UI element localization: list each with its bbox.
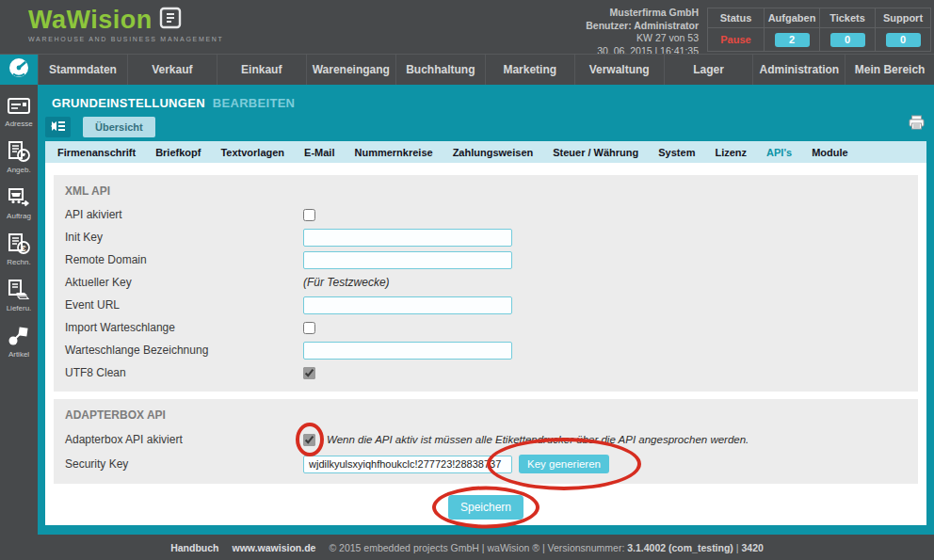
sidebar-item-label: Angeb. [7, 166, 30, 174]
nav-item-administration[interactable]: Administration [752, 55, 845, 85]
sidebar-item-artikel[interactable]: Artikel [7, 325, 31, 359]
field-label: Init Key [65, 231, 303, 244]
nav-item-mein-bereich[interactable]: Mein Bereich [845, 55, 934, 85]
main-panel: GRUNDEINSTELLUNGEN BEARBEITEN Übersicht [38, 85, 934, 535]
form-row-remote-domain: Remote Domain [65, 248, 907, 271]
logo-tagline: WAREHOUSE AND BUSINESS MANAGEMENT [28, 36, 224, 42]
tickets-label: Tickets [820, 8, 875, 28]
overview-button[interactable]: Übersicht [83, 117, 155, 137]
footer: Handbuch www.wawision.de © 2015 embedded… [0, 535, 934, 560]
tab-zahlungsweisen[interactable]: Zahlungsweisen [453, 147, 534, 158]
handbuch-link[interactable]: Handbuch [170, 542, 218, 553]
tab-steuer-waehrung[interactable]: Steuer / Währung [553, 147, 638, 158]
remote-domain-input[interactable] [303, 251, 512, 269]
main-nav: Stammdaten Verkauf Einkauf Wareneingang … [0, 54, 934, 85]
build-number: 3420 [741, 542, 763, 553]
warteschlange-bezeichnung-input[interactable] [303, 342, 512, 360]
security-key-input[interactable] [303, 456, 512, 473]
adapterbox-note: Wenn die API aktiv ist müssen alle Etike… [327, 434, 749, 445]
embedded-projects-logo-icon [159, 7, 182, 33]
aufgaben-label: Aufgaben [765, 8, 819, 28]
form-row-warteschlange-bezeichnung: Warteschlange Bezeichnung [65, 339, 907, 361]
form-row-adapterbox-aktiviert: Adapterbox API akiviert Wenn die API akt… [65, 427, 907, 452]
nav-item-einkauf[interactable]: Einkauf [217, 55, 306, 85]
collapse-menu-button[interactable] [45, 117, 71, 137]
field-label: Import Warteschlange [65, 321, 303, 334]
sidebar-item-label: Artikel [8, 350, 29, 359]
xml-api-section: XML API API akiviert Init Key Remote Dom… [54, 175, 918, 392]
print-button[interactable] [909, 115, 925, 133]
page-title-main: GRUNDEINSTELLUNGEN [52, 96, 205, 110]
sidebar-item-label: Adresse [5, 120, 32, 128]
adapterbox-aktiviert-checkbox[interactable] [303, 434, 315, 446]
tab-nummernkreise[interactable]: Nummernkreise [354, 147, 432, 158]
form-row-import-warteschlange: Import Warteschlange [65, 316, 907, 339]
session-info: Musterfirma GmbH Benutzer: Administrator… [586, 7, 699, 58]
import-warteschlange-checkbox[interactable] [303, 322, 315, 334]
field-label: API akiviert [65, 208, 303, 221]
footer-separator: | [736, 542, 739, 553]
tab-firmenanschrift[interactable]: Firmenanschrift [57, 147, 136, 158]
support-label: Support [876, 8, 930, 28]
website-link[interactable]: www.wawision.de [233, 542, 316, 553]
sidebar-item-angebot[interactable]: Angeb. [7, 140, 31, 174]
page-title-action: BEARBEITEN [213, 96, 296, 110]
tab-email[interactable]: E-Mail [304, 147, 334, 158]
field-label: Warteschlange Bezeichnung [65, 344, 303, 357]
tab-system[interactable]: System [658, 147, 695, 158]
init-key-input[interactable] [303, 229, 512, 247]
top-header: WaWision WAREHOUSE AND BUSINESS MANAGEME… [0, 0, 934, 54]
adapterbox-api-section: ADAPTERBOX API Adapterbox API akiviert W… [54, 399, 918, 484]
calendar-week: KW 27 von 53 [586, 32, 699, 45]
copyright-prefix: © 2015 embedded projects GmbH | waWision… [329, 542, 624, 553]
form-row-event-url: Event URL [65, 294, 907, 316]
form-row-security-key: Security Key Key generieren [65, 452, 907, 476]
nav-item-verwaltung[interactable]: Verwaltung [574, 55, 664, 85]
company-name: Musterfirma GmbH [586, 7, 699, 20]
form-row-api-aktiviert: API akiviert [65, 203, 907, 226]
invoice-euro-icon: € [7, 232, 31, 255]
nav-item-marketing[interactable]: Marketing [485, 55, 574, 85]
utf8-clean-checkbox[interactable] [303, 367, 315, 379]
tab-briefkopf[interactable]: Briefkopf [155, 147, 201, 158]
article-shapes-icon [7, 325, 31, 347]
quick-sidebar: Adresse Angeb. [0, 85, 38, 560]
nav-item-wareneingang[interactable]: Wareneingang [306, 55, 395, 85]
field-label: Remote Domain [65, 253, 303, 266]
aufgaben-count-badge[interactable]: 2 [775, 33, 810, 47]
collapse-left-icon [51, 120, 66, 135]
tab-apis[interactable]: API's [766, 147, 792, 158]
version-number: 3.1.4002 (com_testing) [627, 542, 733, 553]
support-count-badge[interactable]: 0 [886, 33, 921, 47]
form-row-init-key: Init Key [65, 226, 907, 248]
save-button[interactable]: Speichern [448, 495, 523, 520]
nav-item-verkauf[interactable]: Verkauf [127, 55, 217, 85]
sidebar-item-auftrag[interactable]: Auftrag [7, 186, 31, 220]
field-label: Aktueller Key [65, 276, 303, 289]
event-url-input[interactable] [303, 296, 512, 314]
toolbar: Übersicht [45, 117, 934, 137]
order-cart-icon [7, 186, 31, 209]
field-label: Security Key [65, 457, 303, 471]
sidebar-item-label: Lieferu. [7, 304, 32, 312]
tab-lizenz[interactable]: Lizenz [715, 147, 747, 158]
tab-module[interactable]: Module [812, 147, 848, 158]
sidebar-item-adresse[interactable]: Adresse [5, 96, 32, 128]
field-label: UTF8 Clean [65, 366, 303, 379]
sidebar-item-rechnung[interactable]: € Rechn. [7, 232, 31, 266]
nav-home-tab[interactable] [0, 55, 38, 85]
status-label: Status [708, 8, 764, 28]
nav-item-lager[interactable]: Lager [664, 55, 753, 85]
status-col-support: Support 0 [875, 8, 930, 51]
nav-item-buchhaltung[interactable]: Buchhaltung [395, 55, 485, 85]
logo-title: WaWision [28, 8, 153, 33]
offer-document-icon [7, 140, 31, 163]
status-pause-value[interactable]: Pause [720, 34, 750, 45]
nav-item-stammdaten[interactable]: Stammdaten [38, 55, 127, 85]
api-aktiviert-checkbox[interactable] [303, 209, 315, 221]
tickets-count-badge[interactable]: 0 [830, 33, 865, 47]
aktueller-key-note: (Für Testzwecke) [303, 276, 390, 289]
sidebar-item-lieferung[interactable]: Lieferu. [7, 279, 32, 312]
generate-key-button[interactable]: Key generieren [519, 455, 609, 473]
tab-textvorlagen[interactable]: Textvorlagen [220, 147, 284, 158]
